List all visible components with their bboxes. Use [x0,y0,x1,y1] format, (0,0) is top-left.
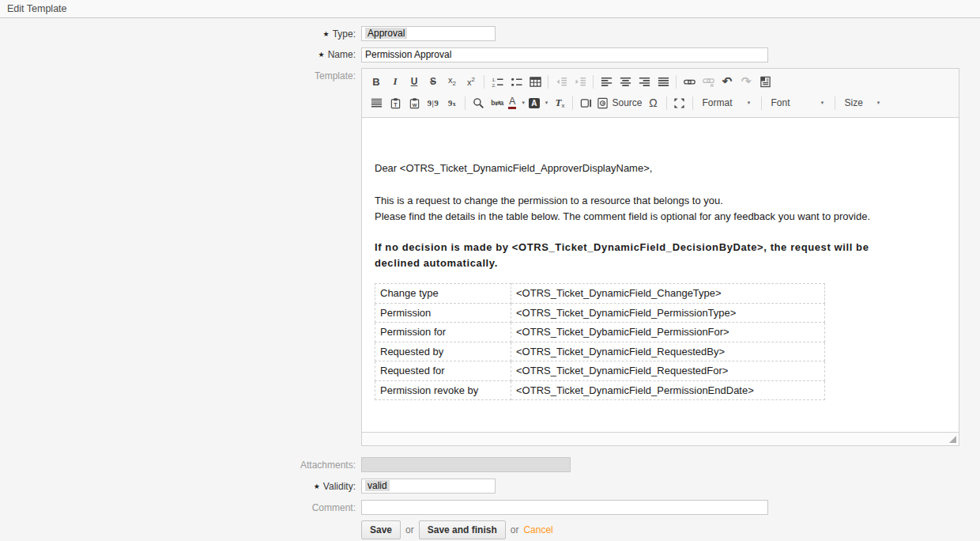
background-color-button[interactable]: A▼ [527,93,550,112]
toolbar-separator [548,75,548,89]
svg-text:T: T [394,101,398,107]
paste-from-word-button[interactable]: W [405,93,424,112]
attachments-label: Attachments: [0,457,356,471]
toolbar-separator [484,75,484,89]
editor-footer [362,432,959,445]
strikethrough-button[interactable]: S [424,72,443,91]
attachments-row: Attachments: [0,457,980,472]
editor-paragraph-bold: If no decision is made by <OTRS_Ticket_D… [375,240,946,270]
link-button[interactable] [680,72,699,91]
text-lines-icon [371,97,383,109]
italic-button[interactable]: I [386,72,405,91]
editor-resize-handle[interactable] [949,436,956,443]
indent-button [571,72,590,91]
size-combo-label: Size [845,97,863,108]
underline-button[interactable]: U [405,72,424,91]
source-button-label: Source [612,97,642,108]
remove-format-button[interactable]: Tx [550,93,569,112]
italic-icon: I [393,75,397,88]
justify-button[interactable] [654,72,673,91]
maximize-button[interactable] [670,93,689,112]
svg-text:1.: 1. [492,76,496,81]
toolbar-separator [666,96,667,110]
toolbar-separator [692,96,693,110]
table-button[interactable] [526,72,545,91]
remove-quote-button[interactable]: 9x [443,93,462,112]
unlink-button [699,72,718,91]
required-marker: ★ [323,30,330,38]
validity-select[interactable]: valid [361,479,496,494]
source-button[interactable]: Source [595,93,643,112]
text-color-icon: A▼ [508,96,526,109]
form-actions: Save or Save and finish or Cancel [361,520,980,539]
size-combo[interactable]: Size▼ [839,93,888,112]
template-table: Change type<OTRS_Ticket_DynamicField_Cha… [375,283,825,400]
type-label: ★Type: [0,26,356,40]
template-table-cell: Permission for [375,323,511,342]
template-label: Template: [0,68,356,81]
bulleted-list-icon [511,76,522,88]
align-center-icon [620,76,631,88]
toolbar-separator [676,75,677,89]
superscript-button[interactable]: x2 [462,72,481,91]
align-justify-icon [658,76,669,88]
bg-color-icon: A▼ [529,98,548,108]
attachments-field [361,457,571,472]
undo-icon: ↶ [722,74,733,89]
template-table-cell: <OTRS_Ticket_DynamicField_PermissionEndD… [511,380,825,400]
or-text: or [405,524,414,535]
bold-button[interactable]: B [367,72,386,91]
toolbar-row-2: TW9|99xb⇄aA▼A▼TxSourceΩFormat▼Font▼Size▼ [367,93,954,114]
template-table-row: Requested by<OTRS_Ticket_DynamicField_Re… [375,342,825,361]
numbered-list-button[interactable]: 1.2. [488,72,507,91]
align-left-button[interactable] [597,72,616,91]
dropdown-caret-icon: ▼ [876,100,881,105]
split-quote-button[interactable]: 9|9 [424,93,443,112]
line-spacing-button[interactable] [367,93,386,112]
toolbar-separator [465,96,466,110]
outdent-icon [556,76,567,88]
redo-button: ↷ [737,72,756,91]
page-title: Edit Template [7,3,67,14]
name-input[interactable] [361,47,768,62]
bold-icon: B [372,76,379,88]
select-all-button[interactable] [756,72,775,91]
paste-text-button[interactable]: T [386,93,405,112]
template-table-cell: Requested for [375,361,511,381]
unlink-icon [703,76,714,88]
bulleted-list-button[interactable] [507,72,526,91]
template-table-row: Permission for<OTRS_Ticket_DybamicField_… [375,323,825,342]
align-right-button[interactable] [635,72,654,91]
align-center-button[interactable] [616,72,635,91]
font-combo[interactable]: Font▼ [765,93,831,112]
toolbar-separator [835,96,835,110]
type-select[interactable]: Approval [361,26,496,41]
toolbar-separator [593,75,594,89]
align-left-icon [601,76,612,88]
template-table-row: Permission<OTRS_Ticket_DynamicField_Perm… [375,303,825,323]
format-combo[interactable]: Format▼ [696,93,758,112]
find-icon [473,97,484,109]
editor-toolbar: BIUSx2x21.2.↶↷ TW9|99xb⇄aA▼A▼TxSourceΩFo… [362,69,959,118]
template-table-cell: Change type [375,284,511,304]
edit-template-form: ★Type: Approval ★Name: Template: BIUSx2x… [0,18,980,539]
find-button[interactable] [469,93,488,112]
split-quote-icon: 9|9 [428,99,439,108]
undo-button[interactable]: ↶ [718,72,737,91]
image-icon [580,97,592,109]
text-color-button[interactable]: A▼ [507,93,527,112]
special-char-button[interactable]: Ω [644,93,663,112]
comment-input[interactable] [361,500,768,515]
subscript-button[interactable]: x2 [443,72,462,91]
image-button[interactable] [576,93,595,112]
toolbar-separator [761,96,762,110]
or-text: or [511,524,519,535]
replace-button[interactable]: b⇄a [488,93,507,112]
maximize-icon [673,97,685,109]
cancel-link[interactable]: Cancel [523,524,552,535]
page-header: Edit Template [0,0,980,18]
editor-content[interactable]: Dear <OTRS_Ticket_DynamicField_ApproverD… [362,118,959,432]
save-button[interactable]: Save [361,520,401,539]
save-and-finish-button[interactable]: Save and finish [419,520,506,539]
comment-row: Comment: [0,500,980,516]
